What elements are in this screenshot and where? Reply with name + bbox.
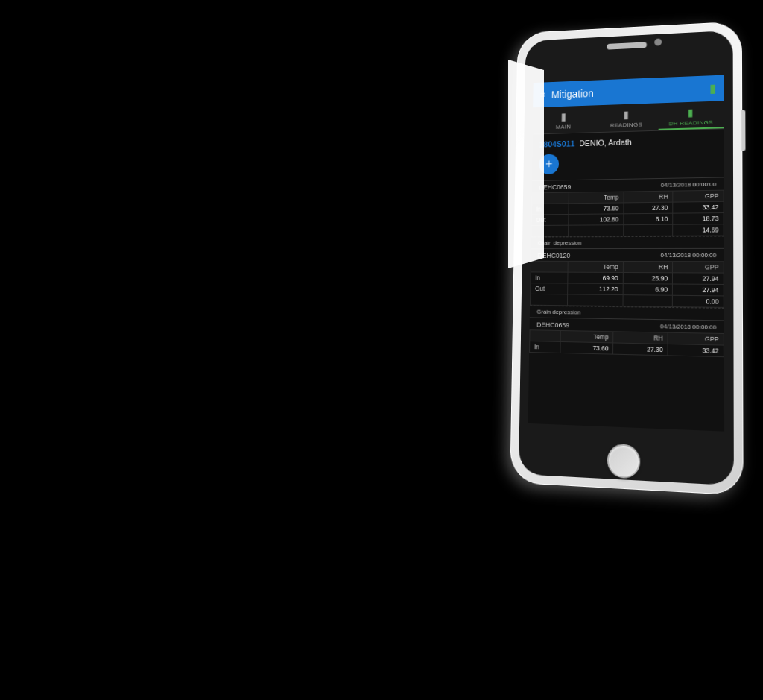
table-row: Out 102.80 6.10 18.73 bbox=[531, 213, 724, 226]
row-temp: 112.20 bbox=[568, 283, 623, 295]
col-header-rh-3: RH bbox=[613, 332, 668, 344]
col-header-label-3 bbox=[530, 330, 560, 342]
reading-table-2: Temp RH GPP In 69.90 25.90 2 bbox=[530, 261, 724, 308]
col-header-rh-2: RH bbox=[623, 261, 673, 272]
add-btn-row: + bbox=[532, 147, 724, 180]
grain-depression-row-1: Grain depression bbox=[531, 236, 724, 249]
col-header-temp-1: Temp bbox=[569, 192, 624, 204]
phone-screen: ≡ Mitigation ▮ ▮ MAIN ▮ READINGS ▮ bbox=[519, 31, 734, 486]
row-temp bbox=[569, 225, 624, 236]
app-screen: ≡ Mitigation ▮ ▮ MAIN ▮ READINGS ▮ bbox=[528, 75, 724, 432]
row-temp: 73.60 bbox=[560, 341, 614, 354]
tab-readings-icon: ▮ bbox=[623, 109, 629, 121]
row-gpp: 33.42 bbox=[673, 201, 724, 213]
row-label: Out bbox=[531, 283, 568, 294]
reading-table-1: Temp RH GPP In 73.60 27.30 3 bbox=[531, 190, 724, 237]
col-header-temp-3: Temp bbox=[560, 330, 613, 342]
row-gpp: 27.94 bbox=[673, 284, 724, 296]
row-gpp: 27.94 bbox=[673, 273, 724, 285]
col-header-gpp-1: GPP bbox=[673, 190, 724, 202]
timestamp-3: 04/13/2018 00:00:00 bbox=[660, 323, 716, 332]
row-rh: 6.10 bbox=[624, 213, 674, 225]
row-label: In bbox=[531, 272, 568, 283]
reading-table-3: Temp RH GPP In 73.60 27.30 3 bbox=[529, 329, 724, 357]
card-header-2: DEHC0120 04/13/2018 00:00:00 bbox=[531, 249, 724, 261]
grain-label-1: Grain depression bbox=[538, 239, 582, 246]
tab-readings-label: READINGS bbox=[610, 122, 642, 129]
grain-label-2: Grain depression bbox=[536, 309, 580, 316]
phone-device: ≡ Mitigation ▮ ▮ MAIN ▮ READINGS ▮ bbox=[510, 21, 743, 496]
col-header-label-2 bbox=[531, 261, 568, 272]
device-id-3: DEHC0659 bbox=[536, 321, 569, 329]
row-rh bbox=[623, 295, 673, 307]
row-rh: 27.30 bbox=[613, 343, 668, 356]
col-header-temp-2: Temp bbox=[568, 261, 623, 272]
row-label bbox=[531, 294, 568, 305]
phone-outer: ≡ Mitigation ▮ ▮ MAIN ▮ READINGS ▮ bbox=[510, 21, 743, 496]
row-temp: 102.80 bbox=[569, 214, 624, 225]
timestamp-1: 04/13/2018 00:00:00 bbox=[661, 181, 716, 189]
tab-dh-readings-label: DH READINGS bbox=[668, 119, 712, 127]
row-temp bbox=[567, 294, 622, 306]
record-id: 1804S011 bbox=[539, 139, 575, 149]
table-row: 14.69 bbox=[531, 224, 724, 236]
row-rh: 25.90 bbox=[623, 272, 673, 284]
row-temp: 73.60 bbox=[569, 203, 624, 215]
tab-main-label: MAIN bbox=[556, 124, 571, 130]
content-area[interactable]: 1804S011 DENIO, Ardath + DEHC0659 04/13/… bbox=[528, 129, 724, 431]
col-header-rh-1: RH bbox=[624, 191, 673, 203]
tab-readings[interactable]: ▮ READINGS bbox=[595, 103, 659, 132]
row-label: In bbox=[530, 341, 560, 353]
tab-dh-readings-icon: ▮ bbox=[688, 107, 694, 119]
record-name: DENIO, Ardath bbox=[579, 138, 632, 148]
reading-card-1: DEHC0659 04/13/2018 00:00:00 Temp RH GPP bbox=[531, 177, 724, 248]
row-gpp-extra: 14.69 bbox=[673, 224, 724, 236]
reading-card-2: DEHC0120 04/13/2018 00:00:00 Temp RH GPP bbox=[530, 248, 724, 321]
power-button bbox=[741, 110, 745, 151]
timestamp-2: 04/13/2018 00:00:00 bbox=[660, 252, 716, 259]
row-gpp: 18.73 bbox=[673, 213, 724, 225]
tab-main-icon: ▮ bbox=[560, 110, 566, 122]
reflection bbox=[499, 60, 544, 268]
row-gpp: 33.42 bbox=[668, 344, 724, 356]
col-header-gpp-3: GPP bbox=[668, 332, 724, 345]
tab-dh-readings[interactable]: ▮ DH READINGS bbox=[658, 101, 724, 130]
col-header-gpp-2: GPP bbox=[673, 262, 724, 273]
header-book-icon[interactable]: ▮ bbox=[709, 81, 716, 95]
row-rh bbox=[623, 224, 673, 236]
reading-card-3: DEHC0659 04/13/2018 00:00:00 Temp RH GPP bbox=[529, 317, 724, 357]
row-temp: 69.90 bbox=[568, 272, 623, 283]
row-rh: 27.30 bbox=[624, 202, 674, 214]
app-title: Mitigation bbox=[551, 83, 703, 100]
row-rh: 6.90 bbox=[623, 284, 673, 296]
row-gpp-extra: 0.00 bbox=[673, 295, 724, 307]
